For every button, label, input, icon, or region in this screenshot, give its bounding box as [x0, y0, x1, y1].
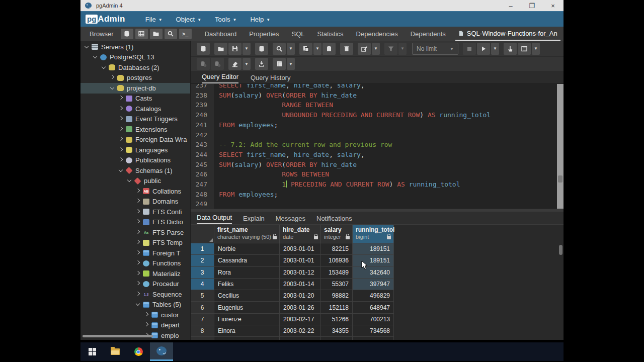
editor-vertical-scrollbar[interactable]	[557, 84, 564, 209]
tab-statistics[interactable]: Statistics	[314, 27, 347, 41]
editor-scroll-thumb[interactable]	[558, 175, 562, 183]
expand-icon[interactable]	[143, 322, 150, 328]
collapse-icon[interactable]	[126, 177, 133, 184]
expand-icon[interactable]	[118, 147, 124, 153]
tree-item-foreign-t[interactable]: Foreign T	[80, 248, 190, 258]
save-file-button-dropdown[interactable]: ▼	[243, 43, 251, 55]
messages-button-dropdown[interactable]: ▼	[532, 43, 540, 55]
cell-first_name[interactable]: Norbie	[214, 243, 280, 255]
expand-icon[interactable]	[135, 270, 141, 277]
expand-icon[interactable]	[135, 229, 141, 236]
tree-item-sequence[interactable]: 1.3Sequence	[80, 289, 190, 300]
cell-hire_date[interactable]: 2003-01-20	[280, 290, 321, 302]
edit-options-button-dropdown[interactable]: ▼	[372, 43, 380, 55]
cell-salary[interactable]: 55307	[321, 279, 353, 290]
expand-icon[interactable]	[109, 74, 116, 81]
row-number[interactable]: 1	[191, 243, 214, 255]
clear-query-button-dropdown[interactable]: ▼	[243, 58, 251, 70]
tree-item-materializ[interactable]: Materializ	[80, 268, 190, 279]
expand-icon[interactable]	[118, 126, 124, 133]
expand-icon[interactable]	[135, 250, 141, 256]
tree-item-fts-dictio[interactable]: FTS Dictio	[80, 217, 190, 228]
cell-running_totol[interactable]: 342640	[353, 267, 394, 279]
select-all-header[interactable]	[191, 225, 214, 243]
expand-icon[interactable]	[118, 95, 124, 102]
cell-running_totol[interactable]: 189151	[353, 255, 394, 266]
tree-item-casts[interactable]: Casts	[80, 94, 190, 104]
chrome-button[interactable]	[127, 342, 150, 361]
cell-salary[interactable]: 82215	[321, 243, 353, 255]
column-header-salary[interactable]: salaryinteger	[321, 225, 353, 243]
sidebar-horizontal-scrollbar[interactable]	[83, 335, 153, 337]
messages-button[interactable]	[518, 43, 531, 55]
cell-salary[interactable]: 98882	[321, 290, 353, 302]
tab-dependents[interactable]: Dependents	[408, 27, 449, 41]
cell-first_name[interactable]: Cecilius	[214, 290, 280, 302]
tree-item-postgres[interactable]: postgres	[80, 73, 190, 83]
cell-first_name[interactable]: Chelsey	[214, 337, 280, 340]
delete-button[interactable]	[340, 43, 353, 55]
tree-item-event-triggers[interactable]: Event Triggers	[80, 114, 190, 125]
menu-file[interactable]: File▼	[145, 16, 163, 23]
collapse-icon[interactable]	[84, 44, 90, 50]
cell-running_totol[interactable]: 189151	[353, 243, 394, 255]
servers-icon[interactable]	[121, 29, 133, 39]
close-button[interactable]: ×	[542, 0, 564, 11]
column-header-first_name[interactable]: first_namecharacter varying (50)	[214, 225, 280, 243]
tab-sql-window-functions-for-an[interactable]: SQL-Window-Functions-for_An	[455, 27, 560, 41]
menu-help[interactable]: Help▼	[250, 16, 270, 23]
browser-panel-tab[interactable]: Browser	[90, 30, 114, 38]
cell-salary[interactable]: 106936	[321, 255, 353, 266]
cell-first_name[interactable]: Eugenius	[214, 302, 280, 313]
tree-item-fts-parse[interactable]: AaFTS Parse	[80, 227, 190, 238]
cell-first_name[interactable]: Feliks	[214, 279, 280, 290]
collapse-icon[interactable]	[118, 167, 124, 174]
cell-hire_date[interactable]: 2003-01-12	[280, 267, 321, 279]
expand-icon[interactable]	[135, 291, 141, 298]
start-button[interactable]	[80, 342, 104, 361]
collapse-icon[interactable]	[109, 85, 116, 92]
collapse-icon[interactable]	[92, 54, 99, 60]
cancel-query-button[interactable]	[463, 43, 476, 55]
console-icon[interactable]: >_	[179, 29, 192, 39]
expand-icon[interactable]	[135, 198, 141, 205]
cell-hire_date[interactable]: 2003-01-14	[280, 279, 321, 290]
cell-running_totol[interactable]: 648947	[353, 302, 394, 313]
find-button[interactable]	[273, 43, 286, 55]
tree-item-fts-confi[interactable]: FTS Confi	[80, 207, 190, 217]
tab-query-editor[interactable]: Query Editor	[202, 73, 238, 83]
grid-vertical-scrollbar[interactable]	[559, 245, 562, 255]
tab-dashboard[interactable]: Dashboard	[202, 27, 240, 41]
tab-explain[interactable]: Explain	[243, 215, 265, 224]
find-button-dropdown[interactable]: ▼	[287, 43, 295, 55]
tree-item-tables-5[interactable]: Tables (5)	[80, 300, 190, 310]
filter-button-dropdown[interactable]: ▼	[398, 43, 407, 55]
tree-item-fts-temp[interactable]: FTS Temp	[80, 238, 190, 248]
execute-button-dropdown[interactable]: ▼	[491, 43, 499, 55]
grid-icon[interactable]	[135, 29, 148, 39]
restore-button[interactable]: ❐	[521, 0, 542, 11]
edit-data-button[interactable]	[255, 43, 268, 55]
sql-editor[interactable]: 237238239240241242243244245246247248249 …	[191, 83, 564, 209]
expand-icon[interactable]	[135, 209, 141, 215]
cell-first_name[interactable]: Cassandra	[214, 255, 280, 266]
tree-item-public[interactable]: public	[80, 176, 190, 187]
search-icon[interactable]	[165, 29, 177, 39]
row-number[interactable]: 9	[191, 337, 214, 340]
save-file-button[interactable]	[228, 43, 242, 55]
expand-icon[interactable]	[135, 219, 141, 225]
tree-item-languages[interactable]: Languages	[80, 145, 190, 155]
row-number[interactable]: 6	[191, 302, 214, 313]
tree-item-domains[interactable]: Domains	[80, 197, 190, 207]
sql-code[interactable]: SELECT first_name, hire_date, salary,SUM…	[214, 84, 564, 209]
tab-messages[interactable]: Messages	[276, 215, 305, 224]
tree-item-publications[interactable]: Publications	[80, 155, 190, 166]
cell-salary[interactable]: 153489	[321, 267, 353, 279]
row-number[interactable]: 3	[191, 267, 214, 279]
cell-hire_date[interactable]: 2003-01-01	[280, 255, 321, 266]
cell-hire_date[interactable]: 2003-01-01	[280, 243, 321, 255]
cell-running_totol[interactable]: 700213	[353, 314, 394, 325]
filter-button[interactable]	[384, 43, 397, 55]
tree-item-foreign-data-wra[interactable]: Foreign Data Wra	[80, 135, 190, 145]
tree-item-depart[interactable]: depart	[80, 320, 190, 331]
